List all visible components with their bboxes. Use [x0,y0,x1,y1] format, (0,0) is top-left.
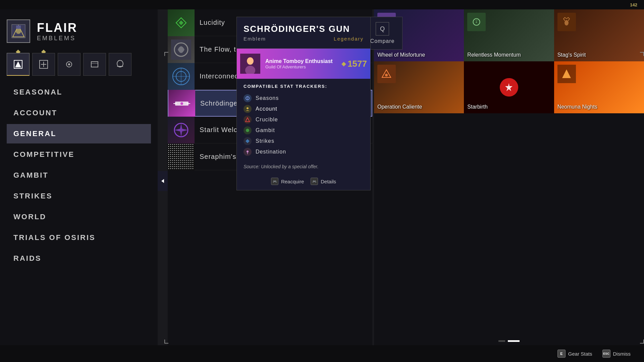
strikes-tracker-icon [244,137,252,145]
grid-item-relentless[interactable]: + ◇ Relentless Momentum [464,9,554,61]
scroll-left-button[interactable] [158,171,168,191]
tracker-destination[interactable]: Destination [244,146,364,157]
player-score: 1577 [347,59,367,69]
detail-subtitle-row: Emblem Legendary [244,36,364,42]
grid-item-starbirth[interactable]: Starbirth [464,61,554,113]
category-raids[interactable]: RAIDS [7,249,151,268]
detail-actions: 🎮 Reacquire 🎮 Details [237,174,370,190]
seasons-icon-svg [245,96,250,101]
interconnected-icon [168,63,195,90]
tracker-account[interactable]: Account [244,104,364,114]
dismiss-action[interactable]: ESC Dismiss [602,350,631,358]
svg-point-46 [246,129,249,132]
character-subtitle: EMBLEMS [37,35,77,42]
category-gambit[interactable]: GAMBIT [7,166,151,185]
svg-point-36 [385,74,388,76]
tracker-destination-label: Destination [256,149,286,155]
svg-marker-5 [15,61,21,67]
corner-bl-decoration [164,340,168,344]
svg-point-2 [16,28,21,34]
grid-item-stag[interactable]: Stag's Spirit [554,9,644,61]
category-world[interactable]: WORLD [7,207,151,227]
reacquire-button[interactable]: 🎮 Reacquire [271,178,304,185]
emblem-thumb-schrodinger [168,90,195,117]
starbirth-name: Starbirth [467,104,487,110]
svg-point-10 [68,63,70,65]
tab-head[interactable] [109,53,131,76]
tracker-account-label: Account [256,106,277,112]
compare-label: Compare [370,38,395,44]
character-name-block: FLAIR EMBLEMS [37,21,77,42]
svg-rect-3 [16,25,21,29]
detail-title: SCHRÖDINGER'S GUN [244,24,364,34]
stat-trackers-section: COMPATIBLE STAT TRACKERS: Seasons Accoun… [237,79,370,162]
operation-svg [381,68,392,80]
stag-name: Stag's Spirit [557,52,586,58]
gambit-tracker-icon [244,126,252,134]
reacquire-key-icon: 🎮 [271,178,278,185]
bottom-bar: E Gear Stats ESC Dismiss [0,345,644,362]
top-bar-number: 142 [630,2,637,7]
tracker-gambit[interactable]: Gambit [244,125,364,136]
corner-tl-decoration [164,52,168,56]
tab-gear2[interactable] [58,53,80,76]
tab-emblems[interactable] [7,53,30,76]
compare-key-icon: Q [376,22,389,36]
emblem-name-lucidity: Lucidity [195,19,225,26]
svg-point-44 [247,107,249,109]
stat-trackers-title: COMPATIBLE STAT TRACKERS: [244,84,364,89]
category-competitive[interactable]: COMPETITIVE [7,145,151,164]
schrodinger-icon [172,93,192,113]
gear-stats-key: E [557,350,566,358]
tab-icons-row [7,53,151,76]
pagination [374,340,644,342]
svg-marker-45 [246,118,250,122]
svg-rect-11 [91,62,98,67]
relentless-svg: + ◇ [471,16,482,28]
tab-gear3[interactable] [83,53,106,76]
gear-stats-action[interactable]: E Gear Stats [557,350,592,358]
tracker-strikes[interactable]: Strikes [244,136,364,146]
player-name: Anime Tomboy Enthusiast [265,58,336,64]
crucible-icon-svg [245,117,250,122]
svg-marker-15 [161,179,164,183]
details-key-icon: 🎮 [311,178,318,185]
emblem-thumb-flow [168,36,195,63]
wheel-name: Wheel of Misfortune [377,52,425,58]
character-emblem-icon [7,19,30,43]
grid-item-neomuna[interactable]: Neomuna Nights [554,61,644,113]
top-bar: 142 [0,0,644,9]
pagination-dot-1[interactable] [498,340,505,342]
category-general[interactable]: GENERAL [7,124,151,143]
detail-header: SCHRÖDINGER'S GUN Emblem Legendary [237,17,370,49]
dismiss-label: Dismiss [613,351,631,357]
player-avatar-svg [240,54,260,74]
emblem-thumb-starlit [168,117,195,143]
emblem-thumb-interconnected [168,63,195,90]
svg-point-23 [180,102,183,105]
tracker-crucible[interactable]: Crucible [244,114,364,125]
details-button[interactable]: 🎮 Details [311,178,336,185]
starlit-icon [168,117,195,143]
tracker-seasons[interactable]: Seasons [244,93,364,104]
svg-point-40 [247,57,254,65]
relentless-name: Relentless Momentum [467,52,521,58]
category-strikes[interactable]: STRIKES [7,186,151,206]
source-text: Source: Unlocked by a special offer. [237,162,370,174]
strikes-icon-svg [245,139,250,143]
destination-tracker-icon [244,148,252,156]
player-info: Anime Tomboy Enthusiast Guild Of Adventu… [265,58,336,69]
category-trials[interactable]: TRIALS OF OSIRIS [7,228,151,247]
pagination-dot-2[interactable] [508,340,520,342]
tracker-crucible-label: Crucible [256,117,278,123]
character-name: FLAIR [37,21,77,35]
stag-svg [561,16,573,28]
neomuna-name: Neomuna Nights [557,104,597,110]
tracker-strikes-label: Strikes [256,138,274,144]
tracker-seasons-label: Seasons [256,95,279,101]
tab-gear1[interactable] [32,53,55,76]
category-seasonal[interactable]: SEASONAL [7,82,151,102]
grid-item-operation[interactable]: Operation Caliente [374,61,464,113]
stag-icon [557,13,576,31]
category-account[interactable]: ACCOUNT [7,103,151,123]
